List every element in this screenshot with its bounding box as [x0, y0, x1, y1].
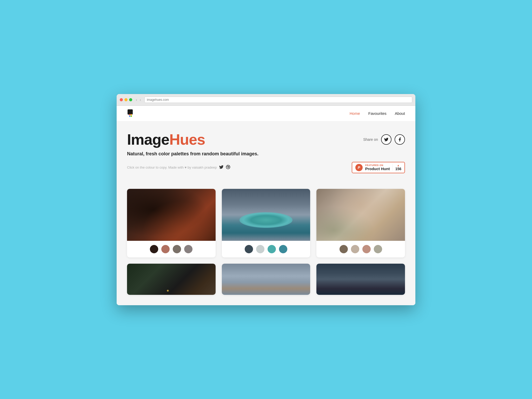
swatch-1-3[interactable] — [173, 245, 181, 253]
swatch-3-4[interactable] — [374, 245, 382, 253]
facebook-share-button[interactable] — [395, 134, 405, 145]
image-6[interactable] — [316, 264, 405, 295]
site-title: ImageHues — [127, 132, 205, 147]
close-button[interactable] — [120, 98, 123, 101]
twitter-meta-icon[interactable] — [219, 165, 224, 170]
swatches-1 — [127, 241, 216, 257]
swatch-2-3[interactable] — [268, 245, 276, 253]
image-grid — [117, 189, 415, 305]
tagline: Natural, fresh color palettes from rando… — [127, 151, 405, 157]
address-bar[interactable] — [144, 97, 412, 103]
swatch-1-1[interactable] — [150, 245, 158, 253]
back-button[interactable]: ‹ — [135, 97, 138, 102]
swatch-1-2[interactable] — [161, 245, 170, 253]
swatch-3-2[interactable] — [351, 245, 359, 253]
svg-rect-0 — [128, 109, 133, 115]
nav-links: Home Favourites About — [350, 111, 405, 116]
svg-rect-4 — [131, 116, 132, 117]
meta-row: Click on the colour to copy. Made with ♥… — [127, 162, 405, 173]
logo[interactable] — [127, 109, 136, 118]
title-black: Image — [127, 131, 169, 148]
swatch-3-1[interactable] — [340, 245, 348, 253]
swatch-2-4[interactable] — [279, 245, 287, 253]
swatch-3-3[interactable] — [362, 245, 371, 253]
image-card-2 — [222, 189, 310, 257]
browser-chrome: ‹ › — [117, 94, 415, 106]
browser-window: ‹ › Home Favourites About — [117, 94, 415, 305]
product-hunt-featured-label: FEATURED ON — [365, 164, 390, 167]
meta-copy-text: Click on the colour to copy. Made with ♥… — [127, 165, 217, 169]
product-hunt-number: 156 — [395, 167, 401, 171]
share-label: Share on — [363, 137, 378, 142]
product-hunt-badge[interactable]: P FEATURED ON Product Hunt ▲ 156 — [352, 162, 405, 173]
image-card-5 — [222, 264, 310, 295]
top-nav: Home Favourites About — [117, 106, 415, 122]
forward-button[interactable]: › — [139, 97, 142, 102]
twitter-share-button[interactable] — [381, 134, 391, 145]
nav-favourites[interactable]: Favourites — [368, 111, 387, 116]
nav-home[interactable]: Home — [350, 111, 360, 116]
maximize-button[interactable] — [129, 98, 132, 101]
swatches-3 — [316, 241, 405, 257]
swatches-2 — [222, 241, 310, 257]
hero-top: ImageHues Share on — [127, 132, 405, 147]
hero-section: ImageHues Share on Natu — [117, 122, 415, 189]
swatch-2-2[interactable] — [256, 245, 264, 253]
meta-text: Click on the colour to copy. Made with ♥… — [127, 165, 230, 170]
image-1[interactable] — [127, 189, 216, 241]
image-card-1 — [127, 189, 216, 257]
image-5[interactable] — [222, 264, 310, 295]
image-card-4 — [127, 264, 216, 295]
product-hunt-count: ▲ 156 — [393, 164, 401, 171]
product-hunt-upvote-arrow: ▲ — [397, 164, 400, 167]
svg-rect-1 — [129, 114, 130, 115]
product-hunt-logo: P — [355, 164, 363, 171]
dribbble-meta-icon[interactable] — [226, 165, 230, 170]
swatch-2-1[interactable] — [245, 245, 253, 253]
share-area: Share on — [363, 134, 405, 145]
site-content: Home Favourites About ImageHues Share on — [117, 106, 415, 305]
image-4[interactable] — [127, 264, 216, 295]
minimize-button[interactable] — [124, 98, 128, 101]
image-2[interactable] — [222, 189, 310, 241]
product-hunt-text: FEATURED ON Product Hunt — [365, 164, 390, 171]
product-hunt-name: Product Hunt — [365, 167, 390, 171]
swatch-1-4[interactable] — [184, 245, 192, 253]
nav-about[interactable]: About — [395, 111, 405, 116]
browser-nav-arrows: ‹ › — [135, 97, 142, 102]
traffic-lights — [120, 98, 132, 101]
image-3[interactable] — [316, 189, 405, 241]
svg-rect-3 — [129, 116, 130, 117]
title-orange: Hues — [169, 131, 205, 148]
image-card-3 — [316, 189, 405, 257]
svg-rect-2 — [131, 114, 132, 115]
image-card-6 — [316, 264, 405, 295]
